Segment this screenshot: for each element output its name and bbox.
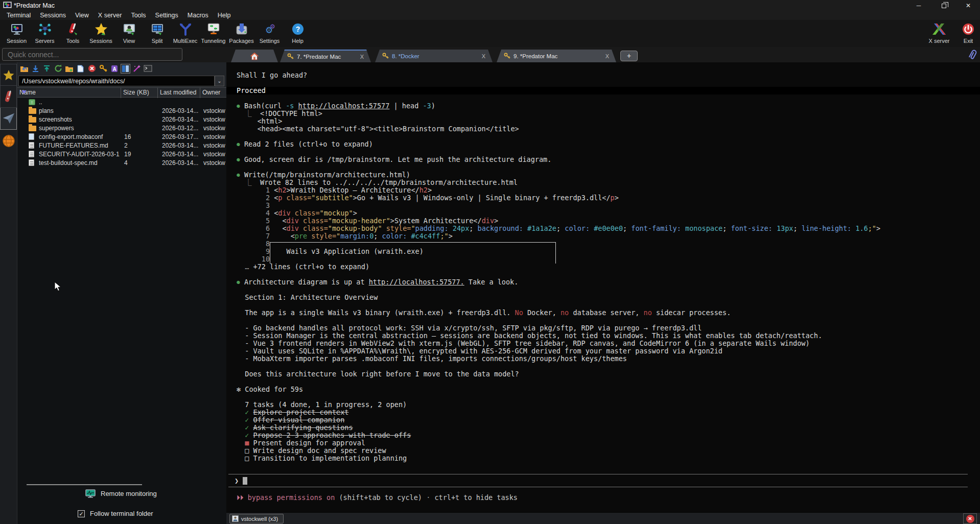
terminal-line: 4 <div class="mockup">	[237, 209, 980, 217]
tunneling-button[interactable]: Tunneling	[199, 21, 227, 46]
file-row[interactable]: test-buildout-spec.md42026-03-14...vstoc…	[17, 158, 226, 167]
xserver-button[interactable]: X server	[922, 21, 956, 46]
statusbar-close-button[interactable]: ✕	[963, 513, 977, 524]
terminal-line: ⎿ <!DOCTYPE html>	[237, 110, 980, 117]
file-owner: vstockw	[203, 151, 225, 158]
column-header-name[interactable]: Name	[17, 88, 121, 98]
new-tab-button[interactable]: +	[620, 51, 638, 61]
terminal-line: ⏺ Read 2 files (ctrl+o to expand)	[237, 140, 980, 148]
new-folder-icon[interactable]	[64, 64, 74, 74]
upload-icon[interactable]	[42, 64, 52, 74]
restore-button[interactable]	[932, 0, 955, 11]
column-header-modified[interactable]: Last modified	[158, 88, 200, 98]
help-button[interactable]: ? Help	[284, 21, 312, 46]
follow-terminal-label: Follow terminal folder	[90, 510, 153, 517]
open-terminal-icon[interactable]	[143, 64, 153, 74]
terminal-line: ⎿ Wrote 82 lines to ../../../../tmp/brai…	[237, 179, 980, 186]
file-row[interactable]: SECURITY-AUDIT-2026-03-1...192026-03-14.…	[17, 150, 226, 158]
menu-terminal[interactable]: Terminal	[2, 11, 35, 20]
menu-macros[interactable]: Macros	[183, 11, 213, 20]
file-row[interactable]: screenshots2026-03-14...vstockw	[17, 115, 226, 124]
go-parent-folder-icon[interactable]	[19, 64, 29, 74]
menu-help[interactable]: Help	[213, 11, 236, 20]
session-user-tab[interactable]: vstockwell (x3)	[229, 514, 284, 523]
file-row[interactable]: FUTURE-FEATURES.md22026-03-14...vstockw	[17, 141, 226, 150]
network-tab[interactable]	[0, 130, 17, 152]
tab-label: 8. *Docker	[392, 53, 482, 59]
split-button[interactable]: Split	[143, 21, 171, 46]
column-header-owner[interactable]: Owner	[200, 88, 226, 98]
terminal-line: ✓ Propose 2-3 approaches with trade-offs	[237, 432, 980, 439]
edit-document-icon[interactable]: A	[109, 64, 119, 74]
file-row[interactable]: config-export.mobaconf162026-03-17...vst…	[17, 132, 226, 141]
tab-close-icon[interactable]: X	[482, 53, 485, 59]
quick-connect-input[interactable]	[2, 48, 182, 61]
terminal-line: <head><meta charset="utf-8"><title>Brain…	[237, 125, 980, 133]
file-owner: vstockw	[203, 116, 225, 123]
file-size: 4	[124, 159, 128, 166]
file-owner: vstockw	[203, 159, 225, 166]
tab-close-icon[interactable]: X	[605, 53, 609, 59]
sessions-button[interactable]: Sessions	[87, 21, 115, 46]
refresh-icon[interactable]	[53, 64, 63, 74]
sort-descending-icon	[21, 90, 27, 94]
view-button[interactable]: View	[115, 21, 143, 46]
terminal-line: … +72 lines (ctrl+o to expand)	[237, 263, 980, 271]
title-bar: *Predator Mac ─ ✕	[0, 0, 980, 11]
file-size: 19	[124, 151, 131, 158]
key-icon	[382, 53, 389, 59]
file-row[interactable]: plans2026-03-14...vstockw	[17, 106, 226, 115]
file-row[interactable]: ↑..	[17, 98, 226, 106]
terminal-line: 6 <div class="mockup-body" style="paddin…	[237, 225, 980, 232]
column-header-size[interactable]: Size (KB)	[121, 88, 158, 98]
menu-settings[interactable]: Settings	[151, 11, 183, 20]
tab-home[interactable]	[231, 50, 278, 62]
path-input[interactable]	[18, 76, 215, 86]
folder-icon	[29, 116, 37, 123]
paperclip-icon[interactable]	[968, 49, 978, 61]
follow-terminal-folder-checkbox[interactable]: ✓ Follow terminal folder	[78, 510, 153, 517]
tab-predator-7[interactable]: 7. *Predator Mac X	[280, 50, 371, 62]
packages-button[interactable]: Packages	[227, 21, 255, 46]
menu-sessions[interactable]: Sessions	[35, 11, 71, 20]
terminal-line: - Session Manager is the central abstrac…	[237, 332, 980, 340]
session-button[interactable]: Session	[3, 21, 31, 46]
menu-view[interactable]: View	[71, 11, 94, 20]
servers-button[interactable]: Servers	[31, 21, 59, 46]
tab-docker-8[interactable]: 8. *Docker X	[375, 50, 493, 62]
delete-icon[interactable]	[87, 64, 97, 74]
file-modified: 2026-03-12...	[162, 125, 198, 132]
minimize-button[interactable]: ─	[907, 0, 930, 11]
terminal-pane[interactable]: Shall I go ahead? Proceed ⏺ Bash(curl -s…	[226, 62, 980, 512]
terminal-line: The app is a single Wails v3 binary (wra…	[237, 309, 980, 317]
close-button[interactable]: ✕	[956, 0, 980, 11]
key-icon[interactable]	[98, 64, 108, 74]
new-file-icon[interactable]	[76, 64, 85, 74]
toggle-tree-view-icon[interactable]	[121, 64, 130, 74]
file-name: config-export.mobaconf	[39, 133, 120, 140]
close-circle-icon: ✕	[966, 515, 974, 523]
magic-wand-icon[interactable]	[132, 64, 142, 74]
macros-tab[interactable]	[0, 86, 17, 108]
sftp-browser-tab[interactable]	[0, 108, 17, 130]
tools-button[interactable]: Tools	[59, 21, 87, 46]
settings-button[interactable]: ⚙⚙ Settings	[255, 21, 284, 46]
file-owner: vstockw	[203, 107, 225, 114]
sidebar: A ⌄ Name Size (KB) Last modified Owner ↑…	[0, 62, 226, 524]
menu-tools[interactable]: Tools	[126, 11, 150, 20]
favorites-tab[interactable]	[0, 64, 17, 86]
path-dropdown-button[interactable]: ⌄	[215, 76, 224, 86]
tab-predator-9[interactable]: 9. *Predator Mac X	[497, 50, 616, 62]
multiexec-button[interactable]: MultiExec	[171, 21, 199, 46]
tab-close-icon[interactable]: X	[360, 54, 364, 60]
packages-icon	[235, 21, 249, 37]
terminal-prompt[interactable]: ❯	[228, 474, 968, 487]
terminal-line: - Vue 3 frontend renders in WebView2 wit…	[237, 340, 980, 347]
servers-label: Servers	[35, 38, 55, 44]
download-icon[interactable]	[31, 64, 40, 74]
checkbox-checked-icon[interactable]: ✓	[78, 510, 85, 517]
menu-x-server[interactable]: X server	[94, 11, 127, 20]
file-row[interactable]: superpowers2026-03-12...vstockw	[17, 124, 226, 132]
exit-button[interactable]: Exit	[956, 21, 980, 46]
remote-monitoring-button[interactable]: Remote monitoring	[85, 489, 157, 498]
